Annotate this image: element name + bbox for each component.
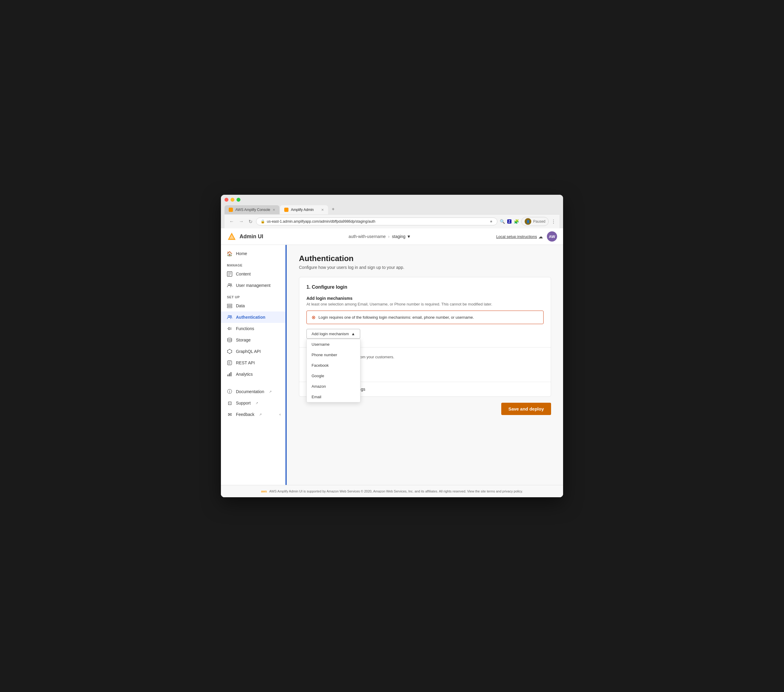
address-bar-row: ← → ↻ 🔒 us-east-1.admin.amplifyapp.com/a… bbox=[224, 214, 560, 228]
configure-login-card: 1. Configure login Add login mechanisms … bbox=[299, 277, 551, 397]
svg-marker-14 bbox=[227, 349, 232, 353]
user-avatar[interactable]: AW bbox=[547, 231, 557, 242]
save-and-deploy-button[interactable]: Save and deploy bbox=[501, 403, 551, 415]
sidebar-auth-label: Authentication bbox=[236, 315, 265, 320]
tabs-bar: AWS Amplify Console ✕ Amplify Admin ✕ + bbox=[224, 204, 560, 214]
sidebar-item-analytics[interactable]: Analytics bbox=[221, 368, 287, 380]
header-center: auth-with-username › staging ▼ bbox=[263, 234, 496, 239]
breadcrumb-app[interactable]: auth-with-username bbox=[349, 234, 386, 239]
new-tab-button[interactable]: + bbox=[329, 204, 338, 214]
extension-icon-1[interactable]: 🔍 bbox=[500, 219, 505, 224]
sidebar-item-home[interactable]: 🏠 Home bbox=[221, 248, 287, 259]
forward-button[interactable]: → bbox=[238, 218, 245, 225]
external-link-icon-feedback: ↗ bbox=[259, 413, 262, 416]
tab2-favicon bbox=[284, 208, 288, 212]
sidebar-support-label: Support bbox=[236, 401, 250, 405]
env-badge[interactable]: staging ▼ bbox=[392, 234, 411, 239]
svg-point-16 bbox=[231, 350, 232, 351]
extension-icon-3[interactable]: 🧩 bbox=[514, 219, 519, 224]
svg-point-15 bbox=[229, 349, 230, 350]
sidebar-item-functions[interactable]: Functions bbox=[221, 323, 287, 334]
sidebar-item-user-management[interactable]: User management bbox=[221, 280, 287, 291]
analytics-icon bbox=[227, 371, 232, 377]
sidebar-graphql-label: GraphQL API bbox=[236, 349, 261, 354]
sidebar-item-feedback[interactable]: ✉ Feedback ↗ ‹ bbox=[221, 409, 287, 420]
setup-section-label: Set up bbox=[221, 291, 287, 300]
paused-badge[interactable]: 👤 Paused bbox=[521, 217, 548, 226]
reload-button[interactable]: ↻ bbox=[247, 218, 254, 225]
close-button[interactable] bbox=[224, 198, 229, 202]
dropdown-google-label: Google bbox=[311, 374, 324, 378]
sidebar-item-authentication[interactable]: Authentication bbox=[221, 311, 287, 323]
chevron-down-icon: ▼ bbox=[407, 234, 411, 239]
profile-avatar: 👤 bbox=[525, 218, 531, 225]
sidebar-rest-label: REST API bbox=[236, 360, 255, 365]
tab1-close[interactable]: ✕ bbox=[273, 208, 275, 212]
sidebar-analytics-label: Analytics bbox=[236, 372, 253, 376]
dropdown-username-label: Username bbox=[311, 342, 329, 347]
svg-rect-22 bbox=[227, 375, 229, 376]
home-icon: 🏠 bbox=[227, 251, 232, 256]
sidebar-item-content[interactable]: Content bbox=[221, 268, 287, 280]
save-btn-row: Save and deploy bbox=[299, 403, 551, 415]
svg-point-17 bbox=[231, 352, 232, 353]
breadcrumb-env: staging bbox=[392, 234, 405, 239]
svg-rect-9 bbox=[227, 306, 232, 306]
tab1-label: AWS Amplify Console bbox=[236, 208, 270, 212]
aws-logo: aws bbox=[261, 490, 267, 493]
login-mechanisms-desc: At least one selection among Email, User… bbox=[306, 302, 544, 306]
browser-tab-1[interactable]: AWS Amplify Console ✕ bbox=[224, 205, 280, 214]
manage-section-label: Manage bbox=[221, 259, 287, 268]
app-header: Admin UI auth-with-username › staging ▼ … bbox=[221, 228, 563, 245]
back-button[interactable]: ← bbox=[228, 218, 236, 225]
svg-rect-24 bbox=[231, 372, 231, 376]
dropdown-item-email[interactable]: Email bbox=[307, 391, 360, 402]
dropdown-amazon-label: Amazon bbox=[311, 384, 326, 389]
dropdown-item-username[interactable]: Username bbox=[307, 339, 360, 350]
dropdown-item-amazon[interactable]: Amazon bbox=[307, 381, 360, 391]
local-setup-label: Local setup instructions bbox=[496, 234, 537, 239]
main-body: 🏠 Home Manage Content bbox=[221, 245, 563, 485]
address-input[interactable]: 🔒 us-east-1.admin.amplifyapp.com/admin/d… bbox=[256, 217, 497, 225]
authentication-icon bbox=[227, 314, 232, 320]
dropdown-item-google[interactable]: Google bbox=[307, 371, 360, 381]
external-link-icon-support: ↗ bbox=[255, 401, 258, 405]
sidebar-user-mgmt-label: User management bbox=[236, 283, 270, 288]
add-login-mechanism-button[interactable]: Add login mechanism ▲ bbox=[306, 329, 360, 339]
dropdown-item-phone[interactable]: Phone number bbox=[307, 350, 360, 360]
sidebar-item-rest[interactable]: REST API bbox=[221, 357, 287, 368]
external-link-icon-docs: ↗ bbox=[269, 390, 272, 394]
sidebar-item-data[interactable]: Data bbox=[221, 300, 287, 311]
extension-icon-2[interactable]: Z bbox=[507, 219, 512, 224]
feedback-icon: ✉ bbox=[227, 412, 232, 417]
maximize-button[interactable] bbox=[237, 198, 240, 202]
functions-icon bbox=[227, 326, 232, 331]
collapse-sidebar-icon[interactable]: ‹ bbox=[280, 412, 281, 416]
minimize-button[interactable] bbox=[231, 198, 234, 202]
browser-chrome: AWS Amplify Console ✕ Amplify Admin ✕ + … bbox=[221, 195, 563, 228]
app-layout: Admin UI auth-with-username › staging ▼ … bbox=[221, 228, 563, 497]
page-subtitle: Configure how your users log in and sign… bbox=[299, 265, 551, 270]
svg-point-19 bbox=[227, 352, 228, 353]
sidebar-storage-label: Storage bbox=[236, 338, 250, 342]
local-setup-link[interactable]: Local setup instructions ☁ bbox=[496, 234, 543, 239]
sidebar-item-documentation[interactable]: ⓘ Documentation ↗ bbox=[221, 386, 287, 397]
dropdown-phone-label: Phone number bbox=[311, 353, 337, 357]
configure-login-inner: 1. Configure login Add login mechanisms … bbox=[299, 277, 551, 347]
error-circle-icon: ⊗ bbox=[311, 314, 315, 320]
svg-point-11 bbox=[228, 316, 230, 317]
login-mechanism-dropdown-menu: Username Phone number Facebook Google bbox=[306, 339, 361, 403]
login-mechanisms-title: Add login mechanisms bbox=[306, 296, 544, 301]
tab2-close[interactable]: ✕ bbox=[321, 208, 324, 212]
error-message: Login requires one of the following logi… bbox=[318, 315, 474, 320]
svg-point-20 bbox=[227, 350, 228, 351]
sidebar-item-graphql[interactable]: GraphQL API bbox=[221, 346, 287, 357]
documentation-icon: ⓘ bbox=[227, 389, 232, 394]
menu-icon[interactable]: ⋮ bbox=[551, 219, 556, 224]
sidebar-item-storage[interactable]: Storage bbox=[221, 334, 287, 346]
dropdown-item-facebook[interactable]: Facebook bbox=[307, 360, 360, 371]
browser-tab-2[interactable]: Amplify Admin ✕ bbox=[280, 205, 328, 214]
browser-window: AWS Amplify Console ✕ Amplify Admin ✕ + … bbox=[221, 195, 563, 497]
sidebar-item-support[interactable]: ⊡ Support ↗ bbox=[221, 397, 287, 409]
sidebar-home-label: Home bbox=[236, 251, 247, 256]
